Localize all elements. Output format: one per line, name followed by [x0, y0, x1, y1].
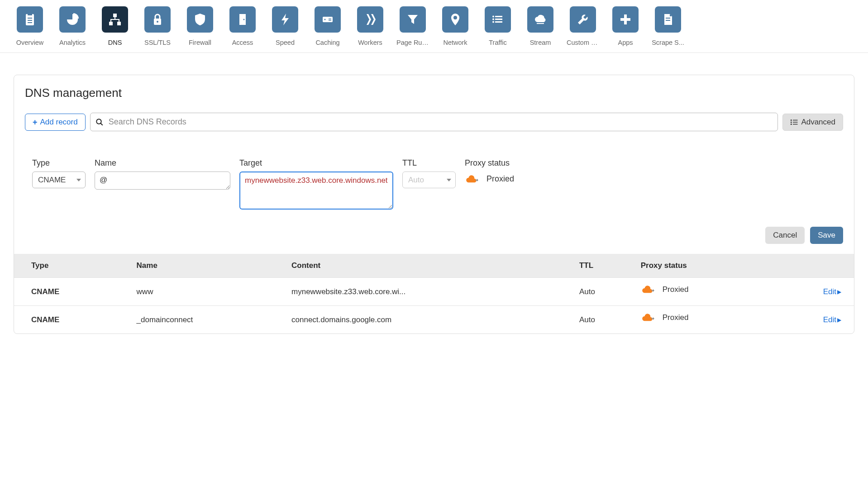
nav-label: DNS — [99, 39, 131, 52]
svg-rect-33 — [793, 122, 798, 123]
name-field[interactable]: @ — [95, 172, 230, 190]
proxy-cloud-icon — [641, 285, 656, 294]
lock-icon — [144, 6, 171, 33]
table-row: CNAME_domainconnectconnect.domains.googl… — [14, 306, 854, 334]
chevron-right-icon: ▶ — [837, 317, 841, 323]
col-content: Content — [286, 254, 574, 278]
advanced-label: Advanced — [801, 118, 835, 127]
ttl-col: TTL Auto — [402, 158, 456, 188]
proxy-cloud-icon — [641, 313, 656, 322]
plus-icon — [612, 6, 639, 33]
add-record-button[interactable]: + Add record — [25, 114, 86, 131]
add-record-label: Add record — [40, 118, 78, 127]
target-col: Target mynewwebsite.z33.web.core.windows… — [239, 158, 393, 210]
proxy-cloud-icon — [465, 175, 480, 184]
col-name: Name — [131, 254, 286, 278]
col-type: Type — [14, 254, 131, 278]
cell-ttl: Auto — [574, 278, 635, 306]
cell-type: CNAME — [14, 306, 131, 334]
col-proxy: Proxy status — [635, 254, 770, 278]
pin-icon — [442, 6, 468, 33]
target-label: Target — [239, 158, 393, 168]
svg-point-34 — [791, 124, 792, 125]
name-label: Name — [95, 158, 230, 168]
bolt-icon — [272, 6, 298, 33]
nav-item-ssl[interactable]: SSL/TLS — [141, 6, 174, 52]
shield-icon — [187, 6, 213, 33]
chevron-right-icon: ▶ — [837, 289, 841, 295]
table-row: CNAMEwwwmynewwebsite.z33.web.core.wi...A… — [14, 278, 854, 306]
svg-point-30 — [791, 119, 792, 121]
target-field[interactable]: mynewwebsite.z33.web.core.windows.net — [239, 172, 393, 210]
sitemap-icon — [102, 6, 128, 33]
record-form: Type CNAME Name @ Target mynewwebsite.z3… — [14, 131, 854, 212]
nav-item-workers[interactable]: Workers — [354, 6, 386, 52]
nav-label: SSL/TLS — [141, 39, 174, 52]
edit-button[interactable]: Edit ▶ — [823, 315, 841, 324]
pie-icon — [59, 6, 86, 33]
nav-label: Firewall — [184, 39, 216, 52]
proxy-col: Proxy status Proxied — [465, 158, 514, 184]
nav-label: Speed — [269, 39, 301, 52]
nav-item-firewall[interactable]: Firewall — [184, 6, 216, 52]
nav-item-overview[interactable]: Overview — [14, 6, 46, 52]
nav-item-speed[interactable]: Speed — [269, 6, 301, 52]
proxy-status-label: Proxy status — [465, 158, 514, 168]
clipboard-icon — [17, 6, 43, 33]
nav-item-stream[interactable]: Stream — [524, 6, 557, 52]
cell-proxy: Proxied — [635, 278, 770, 306]
toolbar: + Add record Advanced — [14, 113, 854, 131]
nav-item-custompages[interactable]: Custom P... — [567, 6, 599, 52]
type-label: Type — [32, 158, 86, 168]
nav-label: Access — [226, 39, 259, 52]
search-wrap — [90, 113, 778, 131]
proxy-toggle[interactable]: Proxied — [465, 172, 514, 184]
drive-icon — [315, 6, 341, 33]
svg-rect-31 — [793, 119, 798, 120]
search-icon — [95, 118, 104, 126]
nav-label: Workers — [354, 39, 386, 52]
type-select[interactable]: CNAME — [32, 172, 86, 188]
nav-label: Scrape S... — [652, 39, 684, 52]
svg-rect-35 — [793, 124, 798, 124]
nav-label: Page Rules — [396, 39, 429, 52]
cell-ttl: Auto — [574, 306, 635, 334]
cell-name: _domainconnect — [131, 306, 286, 334]
cell-content: connect.domains.google.com — [286, 306, 574, 334]
list-icon — [790, 119, 798, 125]
nav-item-traffic[interactable]: Traffic — [482, 6, 514, 52]
save-button[interactable]: Save — [810, 227, 843, 244]
nav-item-apps[interactable]: Apps — [609, 6, 642, 52]
nav-item-pagerules[interactable]: Page Rules — [396, 6, 429, 52]
plus-icon: + — [33, 118, 38, 126]
cloud-icon — [527, 6, 553, 33]
wrench-icon — [570, 6, 596, 33]
workers-icon — [357, 6, 383, 33]
search-input[interactable] — [90, 113, 778, 131]
cancel-button[interactable]: Cancel — [765, 227, 805, 244]
nav-item-dns[interactable]: DNS — [99, 6, 131, 52]
list-icon — [485, 6, 511, 33]
dns-records-table: Type Name Content TTL Proxy status CNAME… — [14, 254, 854, 334]
cell-name: www — [131, 278, 286, 306]
nav-item-scrape[interactable]: Scrape S... — [652, 6, 684, 52]
doc-icon — [655, 6, 681, 33]
nav-item-analytics[interactable]: Analytics — [56, 6, 89, 52]
nav-item-access[interactable]: Access — [226, 6, 259, 52]
advanced-button[interactable]: Advanced — [782, 114, 843, 131]
nav-item-network[interactable]: Network — [439, 6, 472, 52]
nav-item-caching[interactable]: Caching — [311, 6, 344, 52]
nav-label: Network — [439, 39, 472, 52]
nav-label: Overview — [14, 39, 46, 52]
nav-label: Custom P... — [567, 39, 599, 52]
name-col: Name @ — [95, 158, 230, 190]
nav-label: Caching — [311, 39, 344, 52]
cell-type: CNAME — [14, 278, 131, 306]
col-ttl: TTL — [574, 254, 635, 278]
nav-label: Apps — [609, 39, 642, 52]
nav-label: Stream — [524, 39, 557, 52]
panel-title: DNS management — [14, 86, 854, 113]
edit-button[interactable]: Edit ▶ — [823, 287, 841, 296]
door-icon — [229, 6, 256, 33]
nav-label: Analytics — [56, 39, 89, 52]
